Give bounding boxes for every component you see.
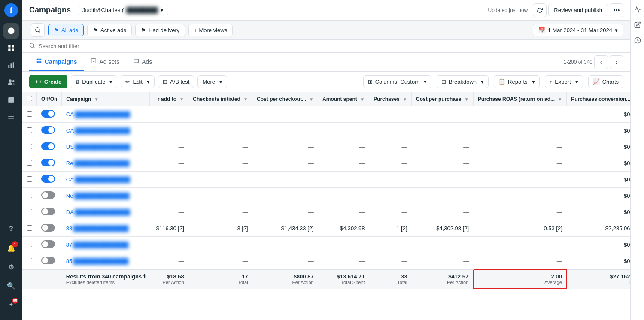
row-checkbox-cell[interactable] — [22, 172, 37, 188]
toggle-cell[interactable] — [37, 155, 62, 172]
search-input[interactable] — [39, 43, 623, 49]
campaign-link[interactable]: US██████████████ — [66, 144, 130, 150]
right-panel-chart-icon[interactable] — [632, 3, 644, 15]
toggle-cell[interactable] — [37, 172, 62, 188]
date-range-picker[interactable]: 📅 1 Mar 2024 - 31 Mar 2024 ▾ — [533, 24, 623, 36]
toggle-on[interactable] — [41, 159, 55, 166]
roas-header[interactable]: Purchase ROAS (return on ad... ▼ — [473, 92, 567, 106]
app-logo[interactable]: f — [4, 3, 18, 17]
purchases-conv-header[interactable]: Purchases conversion... ▼ — [567, 92, 630, 106]
add-to-header[interactable]: r add to ▼ — [150, 92, 188, 106]
toggle-off[interactable] — [41, 208, 55, 215]
row-checkbox[interactable] — [27, 144, 32, 149]
row-checkbox-cell[interactable] — [22, 155, 37, 172]
select-all-header[interactable] — [22, 92, 37, 106]
row-checkbox-cell[interactable] — [22, 253, 37, 270]
active-ads-tab[interactable]: ⚑ Active ads — [87, 24, 132, 36]
campaign-link[interactable]: 87██████████████ — [66, 242, 128, 248]
toggle-on[interactable] — [41, 110, 55, 118]
toggle-off[interactable] — [41, 257, 55, 264]
charts-button[interactable]: 📈 Charts — [588, 75, 623, 88]
ads-tab[interactable]: Ads — [126, 53, 159, 71]
sidebar-item-grid[interactable] — [3, 40, 19, 56]
tools-icon[interactable]: ✦ 85 — [3, 297, 19, 312]
select-all-checkbox[interactable] — [27, 96, 32, 101]
edit-button[interactable]: ✏ Edit ▾ — [121, 75, 154, 88]
row-checkbox-cell[interactable] — [22, 123, 37, 139]
ab-test-button[interactable]: ⊞ A/B test — [158, 75, 194, 88]
sidebar-item-home[interactable] — [3, 23, 19, 39]
toggle-off[interactable] — [41, 240, 55, 248]
sidebar-item-store[interactable] — [3, 92, 19, 107]
campaign-link[interactable]: Ne██████████████ — [66, 193, 130, 199]
row-checkbox[interactable] — [27, 127, 32, 133]
row-checkbox[interactable] — [27, 209, 32, 214]
campaign-link[interactable]: CA██████████████ — [66, 176, 130, 183]
all-ads-tab[interactable]: ⚑ All ads — [48, 24, 84, 36]
cost-checkout-header[interactable]: Cost per checkout... ▼ — [252, 92, 318, 106]
filter-search-icon[interactable] — [31, 23, 45, 37]
settings-icon[interactable]: ⚙ — [3, 259, 19, 275]
row-checkbox-cell[interactable] — [22, 106, 37, 123]
reports-button[interactable]: 📋 Reports ▾ — [494, 75, 540, 88]
search-bottom-icon[interactable]: 🔍 — [3, 278, 19, 293]
refresh-button[interactable] — [533, 3, 547, 17]
campaigns-tab[interactable]: Campaigns — [29, 53, 84, 71]
cost-purchase-header[interactable]: Cost per purchase ▼ — [412, 92, 474, 106]
row-checkbox-cell[interactable] — [22, 188, 37, 204]
row-checkbox[interactable] — [27, 242, 32, 247]
row-checkbox[interactable] — [27, 193, 32, 198]
campaign-header[interactable]: Campaign ▼ — [62, 92, 150, 106]
campaign-link[interactable]: 88██████████████ — [66, 225, 128, 232]
campaign-link[interactable]: 85██████████████ — [66, 258, 128, 264]
row-checkbox[interactable] — [27, 225, 32, 231]
right-panel-clock-icon[interactable] — [632, 34, 644, 46]
row-checkbox-cell[interactable] — [22, 204, 37, 220]
toggle-cell[interactable] — [37, 106, 62, 123]
breakdown-button[interactable]: ⊟ Breakdown ▾ — [437, 75, 489, 88]
campaign-link[interactable]: DA██████████████ — [66, 209, 130, 215]
right-panel-edit-icon[interactable] — [632, 19, 644, 31]
toggle-cell[interactable] — [37, 139, 62, 155]
sidebar-item-people[interactable] — [3, 75, 19, 90]
had-delivery-tab[interactable]: ⚑ Had delivery — [135, 24, 185, 36]
more-options-button[interactable]: ••• — [610, 3, 623, 17]
row-checkbox[interactable] — [27, 258, 32, 263]
adsets-tab[interactable]: Ad sets — [84, 53, 126, 71]
more-views-tab[interactable]: + More views — [188, 24, 233, 36]
help-icon[interactable]: ? — [3, 221, 19, 237]
campaign-link[interactable]: CA██████████████ — [66, 127, 130, 134]
toggle-on[interactable] — [41, 142, 55, 150]
toggle-on[interactable] — [41, 175, 55, 183]
toggle-on[interactable] — [41, 126, 55, 134]
campaign-link[interactable]: Re██████████████ — [66, 160, 130, 166]
row-checkbox-cell[interactable] — [22, 139, 37, 155]
toggle-cell[interactable] — [37, 188, 62, 204]
toggle-off[interactable] — [41, 191, 55, 199]
create-button[interactable]: + + Create — [29, 75, 67, 88]
export-button[interactable]: ↑ Export ▾ — [545, 75, 583, 88]
toggle-cell[interactable] — [37, 123, 62, 139]
toggle-cell[interactable] — [37, 204, 62, 220]
account-selector[interactable]: Judith&Charles ( ████████ ▾ — [78, 5, 168, 15]
next-page-button[interactable]: › — [610, 55, 623, 69]
toggle-cell[interactable] — [37, 220, 62, 237]
toggle-off[interactable] — [41, 224, 55, 232]
columns-button[interactable]: ⊞ Columns: Custom ▾ — [363, 75, 431, 88]
row-checkbox[interactable] — [27, 160, 32, 166]
row-checkbox-cell[interactable] — [22, 220, 37, 237]
row-checkbox-cell[interactable] — [22, 237, 37, 253]
prev-page-button[interactable]: ‹ — [594, 55, 608, 69]
review-publish-button[interactable]: Review and publish — [548, 4, 608, 16]
duplicate-button[interactable]: ⧉ Duplicate ▾ — [71, 75, 117, 88]
row-checkbox[interactable] — [27, 111, 32, 117]
row-checkbox[interactable] — [27, 176, 32, 182]
notifications-icon[interactable]: 🔔 1 — [3, 240, 19, 256]
more-button[interactable]: More ▾ — [197, 75, 227, 88]
toggle-cell[interactable] — [37, 237, 62, 253]
checkouts-header[interactable]: Checkouts initiated ▼ — [188, 92, 252, 106]
purchases-header[interactable]: Purchases ▼ — [369, 92, 412, 106]
sidebar-item-chart[interactable] — [3, 57, 19, 73]
sidebar-item-menu[interactable] — [3, 109, 19, 124]
toggle-cell[interactable] — [37, 253, 62, 270]
